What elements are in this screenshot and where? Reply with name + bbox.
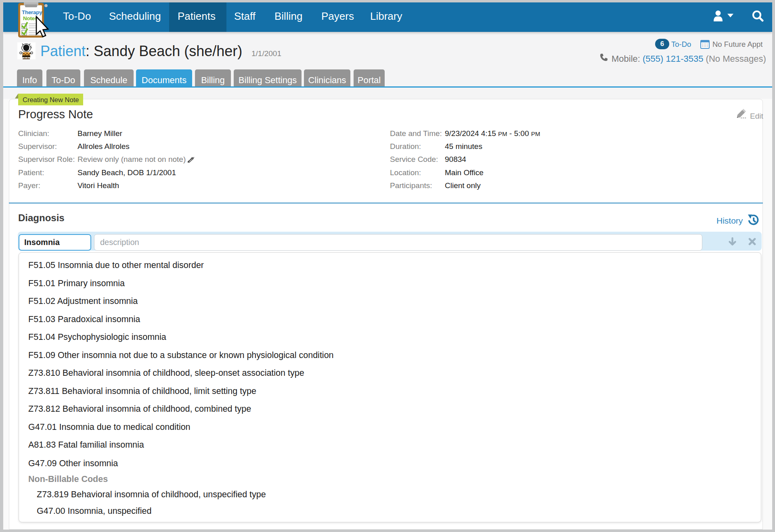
svg-text:Therapy: Therapy: [22, 9, 42, 15]
svg-text:R: R: [45, 4, 47, 7]
svg-text:Notes: Notes: [23, 15, 38, 21]
